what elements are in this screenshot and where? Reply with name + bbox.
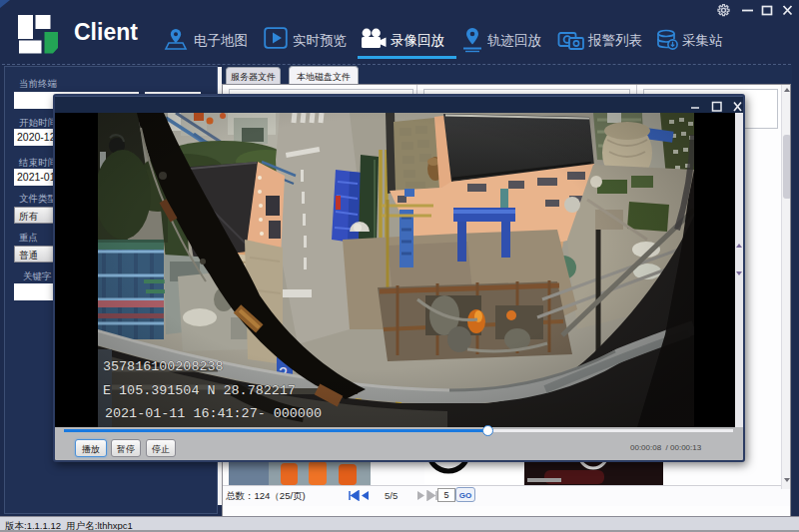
svg-text:357816100208238: 357816100208238 — [103, 359, 224, 374]
svg-text:E 105.391504 N 28.782217: E 105.391504 N 28.782217 — [103, 383, 296, 398]
svg-text:2021-01-11 16:41:27- 000000: 2021-01-11 16:41:27- 000000 — [105, 406, 322, 421]
